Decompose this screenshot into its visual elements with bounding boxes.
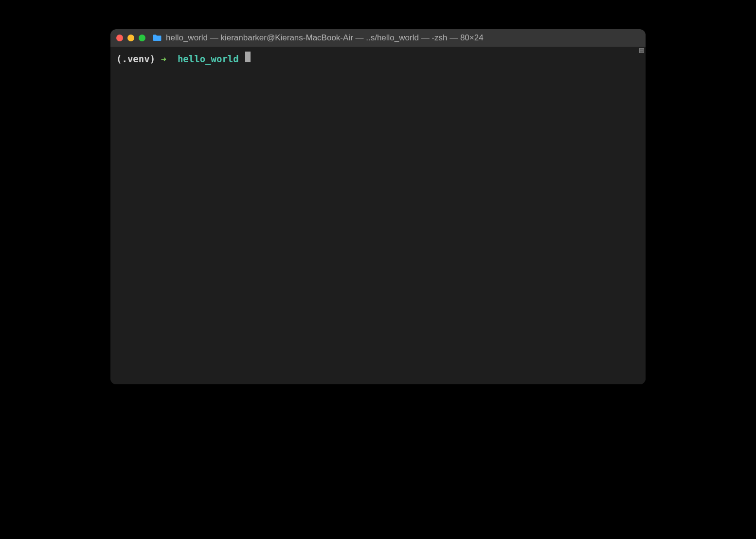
close-button[interactable] [116,35,123,41]
folder-icon [152,34,162,42]
prompt-cwd: hello_world [178,53,239,66]
prompt-arrow-icon: ➜ [161,53,166,66]
traffic-lights [116,35,145,41]
maximize-button[interactable] [139,35,145,41]
window-title: hello_world — kieranbarker@Kierans-MacBo… [166,33,484,43]
scrollbar[interactable] [638,47,646,384]
terminal-body[interactable]: (.venv) ➜ hello_world [110,47,646,384]
prompt-venv: (.venv) [116,53,155,66]
title-bar[interactable]: hello_world — kieranbarker@Kierans-MacBo… [110,29,646,47]
cursor-icon [245,52,251,62]
scrollbar-indicator-icon [639,48,644,53]
minimize-button[interactable] [127,35,134,41]
prompt-line: (.venv) ➜ hello_world [116,52,640,66]
window-title-container: hello_world — kieranbarker@Kierans-MacBo… [152,33,484,43]
terminal-window: hello_world — kieranbarker@Kierans-MacBo… [110,29,646,384]
